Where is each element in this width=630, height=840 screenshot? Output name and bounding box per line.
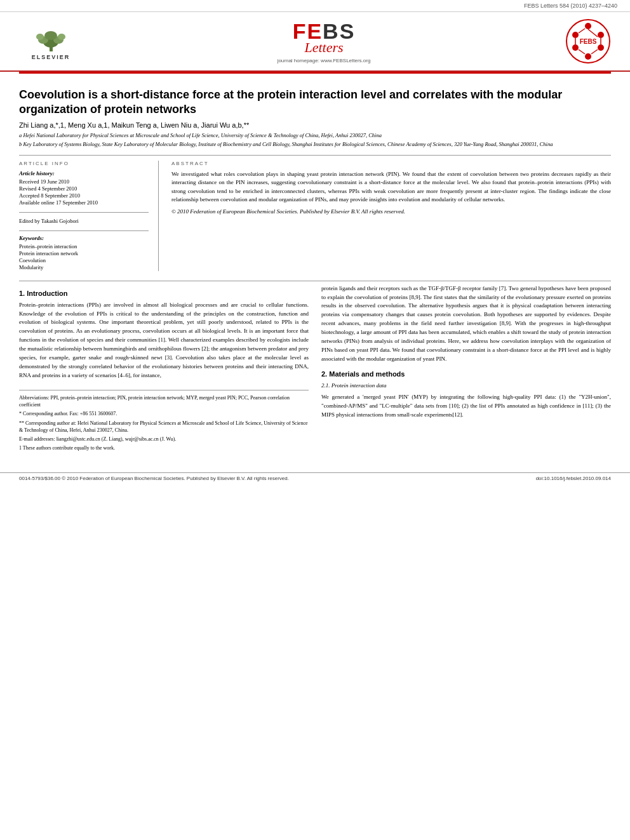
methods-text: We generated a 'merged yeast PIN' (MYP) … xyxy=(321,393,611,420)
abstract-col: ABSTRACT We investigated what roles coev… xyxy=(171,161,611,271)
intro-paragraph-left: Protein–protein interactions (PPIs) are … xyxy=(19,301,309,380)
methods-section-num: 2. xyxy=(321,370,327,378)
svg-line-16 xyxy=(591,50,598,54)
journal-homepage: journal homepage: www.FEBSLetters.org xyxy=(278,58,371,63)
intro-section-num: 1. xyxy=(19,290,25,297)
abstract-text: We investigated what roles coevolution p… xyxy=(171,170,611,217)
elsevier-logo: ELSEVIER xyxy=(19,24,83,60)
body-left-col: 1. Introduction Protein–protein interact… xyxy=(19,284,309,454)
svg-point-6 xyxy=(58,34,65,40)
equal-contribution-note: 1 These authors contribute equally to th… xyxy=(19,444,309,451)
authors-line: Zhi Liang a,*,1, Meng Xu a,1, Maikun Ten… xyxy=(19,121,611,129)
keywords-section: Keywords: Protein–protein interaction Pr… xyxy=(19,230,149,270)
footer-doi: doi:10.1016/j.febslet.2010.09.014 xyxy=(536,476,611,481)
svg-point-13 xyxy=(572,32,579,38)
elsevier-tree-icon xyxy=(34,24,69,53)
intro-text-1: Protein–protein interactions (PPIs) are … xyxy=(19,301,309,380)
abbreviations-note: Abbreviations: PPI, protein–protein inte… xyxy=(19,394,309,408)
intro-paragraph-right: protein ligands and their receptors such… xyxy=(321,284,611,364)
article-body: Coevolution is a short-distance force at… xyxy=(0,74,630,466)
footer-issn: 0014-5793/$36.00 © 2010 Federation of Eu… xyxy=(19,476,289,481)
accepted-date: Accepted 8 September 2010 xyxy=(19,192,149,199)
svg-line-19 xyxy=(579,29,585,33)
email-note: E-mail addresses: liangzhi@ustc.edu.cn (… xyxy=(19,436,309,443)
methods-paragraph: We generated a 'merged yeast PIN' (MYP) … xyxy=(321,393,611,420)
authors-text: Zhi Liang a,*,1, Meng Xu a,1, Maikun Ten… xyxy=(19,121,249,129)
svg-point-5 xyxy=(36,34,44,40)
svg-point-12 xyxy=(572,44,579,51)
affiliations: a Hefei National Laboratory for Physical… xyxy=(19,132,611,149)
keyword-3: Coevolution xyxy=(19,257,149,263)
affiliation-a: a Hefei National Laboratory for Physical… xyxy=(19,132,611,140)
svg-point-10 xyxy=(598,44,604,51)
svg-line-14 xyxy=(588,29,598,37)
keyword-2: Protein interaction network xyxy=(19,250,149,257)
corresponding1-note: * Corresponding author. Fax: +86 551 360… xyxy=(19,410,309,417)
corresponding2-note: ** Corresponding author at: Hefei Nation… xyxy=(19,420,309,434)
received-date: Received 19 June 2010 xyxy=(19,178,149,185)
intro-section-name: Introduction xyxy=(27,290,67,297)
article-title: Coevolution is a short-distance force at… xyxy=(19,88,611,117)
article-info-col: ARTICLE INFO Article history: Received 1… xyxy=(19,161,159,271)
introduction-title: 1. Introduction xyxy=(19,290,309,297)
methods-section-name: Materials and methods xyxy=(329,370,405,378)
journal-citation: FEBS Letters 584 (2010) 4237–4240 xyxy=(524,3,617,9)
methods-sub-name: Protein interaction data xyxy=(332,382,387,389)
svg-text:FEBS: FEBS xyxy=(580,38,597,45)
methods-title: 2. Materials and methods xyxy=(321,370,611,378)
febs-title: FEBS xyxy=(293,20,356,42)
svg-point-9 xyxy=(598,32,604,38)
svg-point-4 xyxy=(44,31,57,40)
article-info-header: ARTICLE INFO xyxy=(19,161,149,166)
elsevier-label: ELSEVIER xyxy=(32,54,70,60)
methods-subsection-title: 2.1. Protein interaction data xyxy=(321,382,611,390)
revised-date: Revised 4 September 2010 xyxy=(19,185,149,192)
keyword-4: Modularity xyxy=(19,264,149,270)
methods-sub-num: 2.1. xyxy=(321,382,330,389)
letters-subtitle: Letters xyxy=(304,39,343,56)
journal-header: ELSEVIER FEBS Letters journal homepage: … xyxy=(0,12,630,72)
article-history-title: Article history: xyxy=(19,170,149,177)
page-footer: 0014-5793/$36.00 © 2010 Federation of Eu… xyxy=(0,472,630,484)
febs-circle-icon: FEBS xyxy=(565,18,611,65)
footnotes: Abbreviations: PPI, protein–protein inte… xyxy=(19,390,309,451)
keywords-title: Keywords: xyxy=(19,235,149,241)
keyword-1: Protein–protein interaction xyxy=(19,243,149,250)
article-info-abstract-row: ARTICLE INFO Article history: Received 1… xyxy=(19,155,611,271)
svg-line-17 xyxy=(579,50,585,54)
svg-point-11 xyxy=(585,53,591,60)
affiliation-b: b Key Laboratory of Systems Biology, Sta… xyxy=(19,141,611,149)
copyright-text: © 2010 Federation of European Biochemica… xyxy=(171,208,611,217)
abstract-header: ABSTRACT xyxy=(171,161,611,166)
intro-text-right: protein ligands and their receptors such… xyxy=(321,284,611,364)
febs-letters-logo: FEBS Letters journal homepage: www.FEBSL… xyxy=(278,20,371,63)
available-date: Available online 17 September 2010 xyxy=(19,199,149,206)
svg-point-8 xyxy=(585,23,591,29)
main-body: 1. Introduction Protein–protein interact… xyxy=(19,281,611,454)
body-right-col: protein ligands and their receptors such… xyxy=(321,284,611,454)
header-bar: FEBS Letters 584 (2010) 4237–4240 xyxy=(0,0,630,12)
abstract-paragraph: We investigated what roles coevolution p… xyxy=(171,170,611,204)
edited-by: Edited by Takashi Gojobori xyxy=(19,212,149,224)
